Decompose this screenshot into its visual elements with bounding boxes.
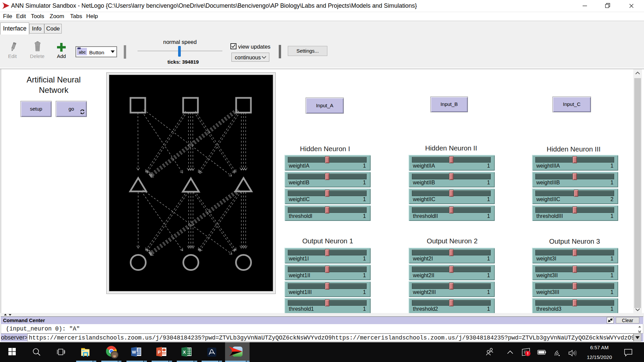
svg-text:P: P	[158, 350, 161, 355]
svg-text:W: W	[132, 350, 136, 355]
svg-text:X: X	[183, 350, 186, 355]
